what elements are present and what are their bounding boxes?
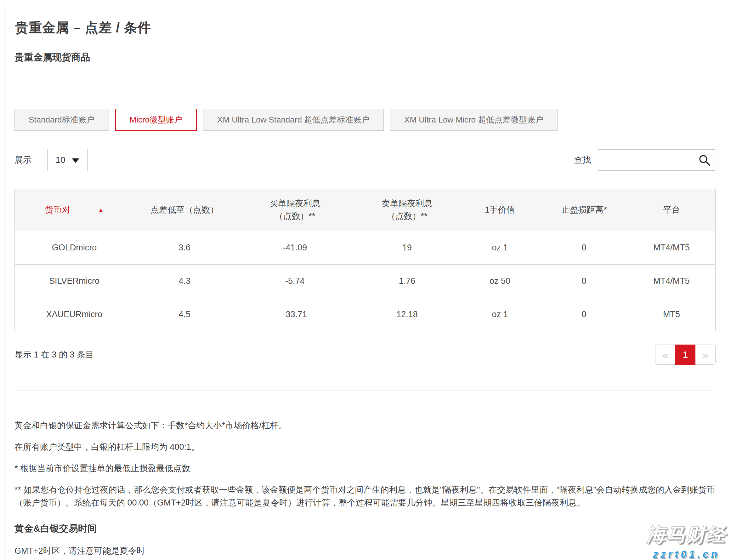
header-swap-short[interactable]: 卖单隔夜利息 （点数）** [355, 189, 460, 231]
search-box [598, 149, 715, 171]
cell-swap-long: -41.09 [236, 231, 355, 265]
cell-pair: XAUEURmicro [15, 298, 134, 331]
cell-platform: MT4/MT5 [628, 265, 715, 298]
cell-spread: 4.5 [134, 298, 236, 331]
entries-info: 显示 1 在 3 的 3 条目 [14, 349, 94, 360]
cell-swap-long: -33.71 [236, 298, 355, 331]
section-divider [14, 391, 716, 391]
cell-platform: MT4/MT5 [628, 231, 715, 265]
table-footer: 显示 1 在 3 的 3 条目 « 1 » [14, 345, 716, 365]
page-size-select[interactable]: 10 [47, 149, 88, 171]
cell-swap-short: 12.18 [355, 298, 460, 331]
margin-formula-note: 黄金和白银的保证金需求计算公式如下：手数*合约大小*市场价格/杠杆。 [14, 419, 716, 432]
spreads-table: 货币对 ▲ 点差低至（点数） 买单隔夜利息 （点数）** 卖单隔夜利息 （点数）… [14, 189, 716, 331]
chevron-down-icon [72, 158, 79, 163]
stop-level-note: * 根据当前市价设置挂单的最低止损盈最低点数 [14, 462, 716, 475]
tab-standard-account[interactable]: Standard标准账户 [14, 109, 109, 131]
account-type-tabs: Standard标准账户 Micro微型账户 XM Ultra Low Stan… [14, 109, 715, 131]
table-header-row: 货币对 ▲ 点差低至（点数） 买单隔夜利息 （点数）** 卖单隔夜利息 （点数）… [15, 189, 716, 231]
content-frame: 贵重金属 – 点差 / 条件 贵重金属现货商品 Standard标准账户 Mic… [4, 5, 725, 560]
notes-section: 黄金和白银的保证金需求计算公式如下：手数*合约大小*市场价格/杠杆。 在所有账户… [14, 419, 716, 560]
header-stop-distance[interactable]: 止盈损距离* [540, 189, 628, 231]
trading-hours-heading: 黄金&白银交易时间 [14, 522, 716, 535]
cell-spread: 4.3 [134, 265, 236, 298]
tab-ultra-low-micro-account[interactable]: XM Ultra Low Micro 超低点差微型账户 [390, 109, 557, 131]
swap-explanation-note: ** 如果您有仓位持仓过夜的话，那么您会支付或者获取一些金额，该金额便是两个货币… [14, 483, 716, 510]
pagination-page-1-button[interactable]: 1 [675, 345, 695, 365]
sort-asc-icon: ▲ [98, 207, 104, 213]
cell-platform: MT5 [628, 298, 715, 331]
search-label: 查找 [574, 154, 591, 166]
cell-lot-value: oz 1 [460, 298, 540, 331]
cell-pair: SILVERmicro [15, 265, 134, 298]
tab-ultra-low-standard-account[interactable]: XM Ultra Low Standard 超低点差标准账户 [203, 109, 384, 131]
timezone-note: GMT+2时区，请注意可能是夏令时 [14, 545, 716, 557]
header-platform[interactable]: 平台 [628, 189, 715, 231]
watermark-brand: 海马财经 [647, 522, 726, 548]
header-lot-value[interactable]: 1手价值 [460, 189, 540, 231]
page-subtitle: 贵重金属现货商品 [14, 51, 715, 64]
silver-leverage-note: 在所有账户类型中，白银的杠杆上限均为 400:1。 [14, 441, 716, 454]
cell-stop-distance: 0 [540, 265, 628, 298]
search-icon [698, 154, 711, 166]
pagination-prev-button[interactable]: « [655, 345, 675, 365]
cell-swap-short: 1.76 [355, 265, 460, 298]
cell-lot-value: oz 50 [460, 265, 540, 298]
search-input[interactable] [598, 149, 715, 171]
cell-lot-value: oz 1 [460, 231, 540, 265]
page-size-value: 10 [55, 155, 65, 165]
table-row: SILVERmicro 4.3 -5.74 1.76 oz 50 0 MT4/M… [15, 265, 716, 298]
cell-swap-short: 19 [355, 231, 460, 265]
table-controls: 展示 10 查找 [14, 149, 715, 171]
page-title: 贵重金属 – 点差 / 条件 [15, 19, 715, 37]
show-entries-label: 展示 [14, 154, 31, 166]
cell-swap-long: -5.74 [236, 265, 355, 298]
header-spread[interactable]: 点差低至（点数） [134, 189, 236, 231]
search-area: 查找 [574, 149, 715, 171]
site-watermark: 海马财经 zzrt01.cn [647, 522, 726, 560]
watermark-site-url: zzrt01.cn [647, 548, 726, 560]
table-row: XAUEURmicro 4.5 -33.71 12.18 oz 1 0 MT5 [15, 298, 716, 331]
header-swap-long[interactable]: 买单隔夜利息 （点数）** [236, 189, 355, 231]
cell-stop-distance: 0 [540, 231, 628, 265]
header-currency-pair[interactable]: 货币对 ▲ [15, 189, 134, 231]
tab-micro-account[interactable]: Micro微型账户 [115, 109, 197, 131]
table-row: GOLDmicro 3.6 -41.09 19 oz 1 0 MT4/MT5 [15, 231, 716, 265]
cell-stop-distance: 0 [540, 298, 628, 331]
cell-pair: GOLDmicro [15, 231, 134, 265]
cell-spread: 3.6 [134, 231, 236, 265]
pagination: « 1 » [655, 345, 716, 365]
header-currency-pair-label: 货币对 [45, 204, 71, 216]
pagination-next-button[interactable]: » [695, 345, 716, 365]
